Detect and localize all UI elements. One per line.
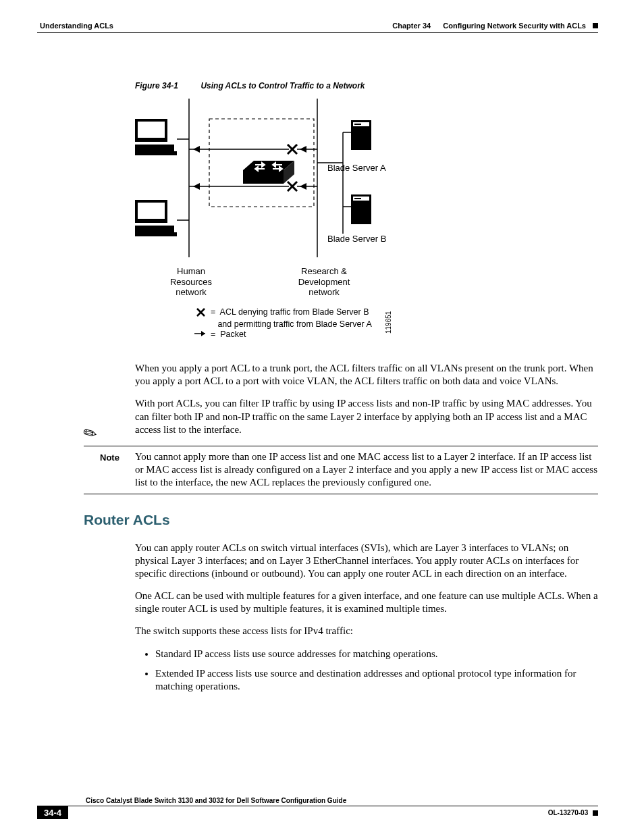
acl-diagram: Blade Server A Blade Server B Human Reso… (135, 99, 513, 362)
legend-arrow-icon (194, 331, 205, 336)
label-right-network: Research & Development network (287, 266, 361, 298)
figure-number: Figure 34-1 (135, 81, 178, 90)
figure-caption: Figure 34-1 Using ACLs to Control Traffi… (135, 81, 598, 90)
footer-end-marker (593, 810, 598, 816)
pc-icon (135, 200, 177, 236)
svg-marker-20 (300, 146, 306, 153)
figure-title: Using ACLs to Control Traffic to a Netwo… (200, 81, 365, 90)
legend-packet: = Packet (211, 329, 246, 341)
pc-icon (135, 119, 177, 155)
content-area: Figure 34-1 Using ACLs to Control Traffi… (135, 81, 598, 702)
legend-deny: = ACL denying traffic from Blade Server … (211, 307, 372, 330)
svg-marker-22 (300, 183, 306, 190)
note-label: Note (100, 452, 119, 463)
svg-rect-41 (354, 124, 361, 125)
server-icon (351, 194, 371, 224)
header-chapter-title: Configuring Network Security with ACLs (443, 22, 586, 30)
note-rule (84, 494, 598, 494)
paragraph: One ACL can be used with multiple featur… (135, 590, 598, 615)
header-end-marker (593, 23, 598, 28)
page-header: Understanding ACLs Chapter 34 Configurin… (37, 22, 598, 30)
doc-id: OL-13270-03 (548, 809, 588, 816)
svg-rect-3 (135, 151, 177, 155)
paragraph: With port ACLs, you can filter IP traffi… (135, 397, 598, 436)
page-footer: Cisco Catalyst Blade Switch 3130 and 303… (37, 797, 598, 819)
label-left-network: Human Resources network (161, 266, 221, 298)
svg-rect-5 (138, 203, 165, 219)
pencil-icon: ✎ (80, 422, 101, 445)
list-item: Standard IP access lists use source addr… (155, 648, 598, 660)
svg-rect-44 (354, 198, 361, 199)
svg-marker-14 (193, 183, 200, 190)
note-text: You cannot apply more than one IP access… (135, 450, 598, 490)
figure-id-sideways: 119651 (385, 311, 392, 334)
legend-x-icon (197, 309, 205, 316)
label-blade-b: Blade Server B (327, 234, 386, 244)
footer-doc-title: Cisco Catalyst Blade Switch 3130 and 303… (37, 797, 598, 806)
header-section-left: Understanding ACLs (37, 22, 113, 30)
footer-row: 34-4 OL-13270-03 (37, 806, 598, 819)
server-icon (351, 120, 371, 150)
svg-marker-12 (193, 146, 200, 153)
note-block: ✎ Note You cannot apply more than one IP… (135, 446, 598, 494)
deny-x-icon (288, 145, 297, 154)
note-rule (84, 446, 598, 446)
svg-marker-48 (201, 331, 205, 336)
header-chapter-label: Chapter 34 (392, 22, 431, 30)
paragraph: When you apply a port ACL to a trunk por… (135, 362, 598, 388)
header-section-right: Chapter 34 Configuring Network Security … (392, 22, 598, 30)
svg-rect-7 (135, 232, 177, 236)
svg-rect-1 (138, 122, 165, 138)
label-blade-a: Blade Server A (327, 163, 386, 174)
svg-rect-24 (243, 170, 284, 184)
page-number: 34-4 (37, 806, 68, 819)
svg-rect-6 (135, 226, 174, 232)
list-item: Extended IP access lists use source and … (155, 667, 598, 693)
body-text-1: When you apply a port ACL to a trunk por… (135, 362, 598, 436)
body-text-2: You can apply router ACLs on switch virt… (135, 542, 598, 694)
bullet-list: Standard IP access lists use source addr… (135, 648, 598, 694)
switch-icon (243, 161, 294, 184)
header-section-name: Understanding ACLs (40, 22, 113, 30)
section-heading-router-acls: Router ACLs (84, 512, 598, 528)
header-rule (37, 32, 598, 33)
deny-x-icon (288, 182, 297, 191)
svg-rect-2 (135, 145, 174, 151)
paragraph: The switch supports these access lists f… (135, 625, 598, 637)
paragraph: You can apply router ACLs on switch virt… (135, 542, 598, 581)
